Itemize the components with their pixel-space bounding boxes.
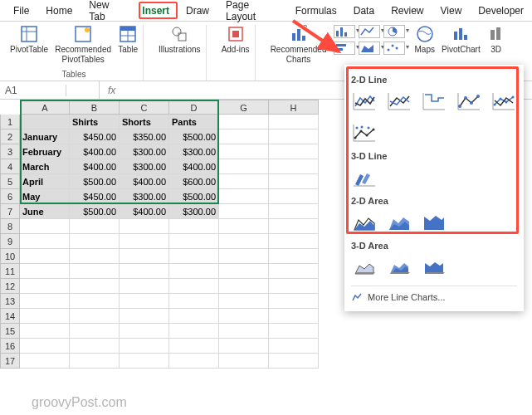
col-A[interactable]: A xyxy=(20,100,70,115)
cell[interactable] xyxy=(120,354,169,369)
row-3[interactable]: 3 xyxy=(0,144,20,159)
cell[interactable]: $350.00 xyxy=(120,129,169,144)
cell[interactable] xyxy=(269,174,319,189)
cell[interactable] xyxy=(219,219,269,234)
cell[interactable]: February xyxy=(20,144,70,159)
cell[interactable] xyxy=(269,129,319,144)
btn-table[interactable]: Table xyxy=(118,25,138,55)
cell[interactable] xyxy=(70,234,120,249)
cell[interactable] xyxy=(169,324,219,339)
cell[interactable] xyxy=(20,115,70,129)
cell[interactable] xyxy=(269,219,319,234)
row-14[interactable]: 14 xyxy=(0,309,20,324)
cell[interactable]: $300.00 xyxy=(169,204,219,219)
btn-pivottable[interactable]: PivotTable xyxy=(10,25,48,55)
cell[interactable] xyxy=(70,309,120,324)
cell[interactable] xyxy=(20,309,70,324)
tab-pagelayout[interactable]: Page Layout xyxy=(217,0,287,27)
area-chart-type-3[interactable] xyxy=(421,211,447,234)
cell[interactable] xyxy=(219,204,269,219)
cell[interactable] xyxy=(169,354,219,369)
cell[interactable] xyxy=(70,339,120,354)
row-12[interactable]: 12 xyxy=(0,279,20,294)
cell[interactable]: $400.00 xyxy=(120,204,169,219)
col-B[interactable]: B xyxy=(70,100,120,115)
cell[interactable] xyxy=(269,324,319,339)
cell[interactable] xyxy=(120,279,169,294)
cell[interactable] xyxy=(120,309,169,324)
3d-area-chart-type-1[interactable] xyxy=(351,256,378,279)
row-7[interactable]: 7 xyxy=(0,204,20,219)
3d-line-chart-type[interactable] xyxy=(351,166,378,189)
cell[interactable]: January xyxy=(20,129,70,144)
btn-area-chart[interactable] xyxy=(359,42,380,55)
btn-recommended-charts[interactable]: ? Recommended Charts xyxy=(271,25,327,65)
cell[interactable]: $300.00 xyxy=(120,189,169,204)
tab-review[interactable]: Review xyxy=(383,1,432,21)
tab-file[interactable]: File xyxy=(5,1,37,21)
line-chart-type-6[interactable] xyxy=(351,121,378,144)
cell[interactable] xyxy=(269,339,319,354)
cell[interactable] xyxy=(219,324,269,339)
btn-3d-map[interactable]: 3D xyxy=(487,25,505,55)
col-C[interactable]: C xyxy=(120,100,169,115)
3d-area-chart-type-3[interactable] xyxy=(421,256,447,279)
col-D[interactable]: D xyxy=(169,100,219,115)
btn-pie-chart[interactable] xyxy=(383,25,405,38)
cell[interactable] xyxy=(219,309,269,324)
row-5[interactable]: 5 xyxy=(0,174,20,189)
cell[interactable] xyxy=(269,249,319,264)
cell[interactable] xyxy=(219,129,269,144)
cell[interactable] xyxy=(70,294,120,309)
cell[interactable] xyxy=(269,204,319,219)
cell[interactable]: $300.00 xyxy=(120,159,169,174)
cell[interactable] xyxy=(269,264,319,279)
cell[interactable] xyxy=(269,294,319,309)
cell[interactable] xyxy=(219,279,269,294)
cell[interactable] xyxy=(269,354,319,369)
row-1[interactable]: 1 xyxy=(0,115,20,129)
cell[interactable] xyxy=(20,264,70,279)
btn-line-chart[interactable] xyxy=(359,25,380,38)
cell[interactable] xyxy=(169,279,219,294)
cell[interactable]: $500.00 xyxy=(169,189,219,204)
cell[interactable] xyxy=(20,354,70,369)
cell[interactable] xyxy=(219,294,269,309)
btn-illustrations[interactable]: Illustrations xyxy=(159,25,201,55)
cell[interactable]: $500.00 xyxy=(70,174,120,189)
cell[interactable] xyxy=(219,115,269,129)
cell[interactable] xyxy=(169,249,219,264)
cell[interactable] xyxy=(169,339,219,354)
cell[interactable] xyxy=(219,189,269,204)
row-15[interactable]: 15 xyxy=(0,324,20,339)
cell[interactable]: $500.00 xyxy=(169,129,219,144)
row-16[interactable]: 16 xyxy=(0,339,20,354)
tab-data[interactable]: Data xyxy=(345,1,383,21)
cell[interactable] xyxy=(219,354,269,369)
cell[interactable] xyxy=(269,189,319,204)
cell[interactable] xyxy=(169,234,219,249)
cell[interactable] xyxy=(120,249,169,264)
cell[interactable] xyxy=(269,309,319,324)
btn-pivotchart[interactable]: PivotChart xyxy=(442,25,481,55)
cell[interactable]: $600.00 xyxy=(169,174,219,189)
cell[interactable] xyxy=(70,324,120,339)
cell[interactable]: June xyxy=(20,204,70,219)
cell[interactable]: $400.00 xyxy=(70,159,120,174)
cell[interactable] xyxy=(20,279,70,294)
cell[interactable]: $450.00 xyxy=(70,129,120,144)
cell[interactable] xyxy=(20,294,70,309)
row-10[interactable]: 10 xyxy=(0,249,20,264)
cell[interactable] xyxy=(269,159,319,174)
cell[interactable] xyxy=(269,115,319,129)
fx-label[interactable]: fx xyxy=(100,85,124,96)
cell[interactable] xyxy=(219,339,269,354)
3d-area-chart-type-2[interactable] xyxy=(386,256,412,279)
cell[interactable] xyxy=(70,219,120,234)
cell[interactable]: $300.00 xyxy=(120,144,169,159)
line-chart-type-1[interactable] xyxy=(351,90,378,113)
cell[interactable] xyxy=(120,324,169,339)
row-8[interactable]: 8 xyxy=(0,219,20,234)
cell[interactable]: $400.00 xyxy=(70,144,120,159)
name-box[interactable]: A1 xyxy=(0,85,66,96)
